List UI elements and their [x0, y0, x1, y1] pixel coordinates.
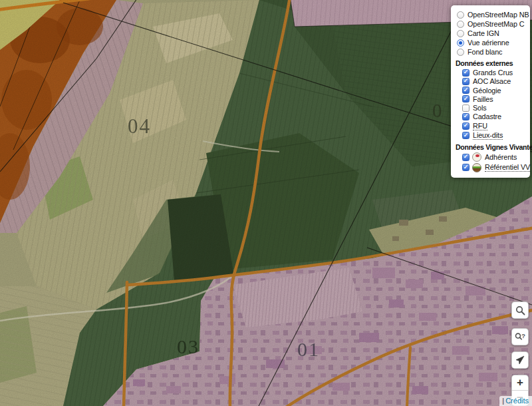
magnifier-question-icon: ? — [514, 331, 526, 343]
checkbox[interactable] — [462, 95, 469, 102]
overlay-label: Adhérents — [485, 153, 517, 161]
checkbox-unchecked[interactable] — [462, 104, 469, 112]
radio-button[interactable] — [457, 30, 464, 37]
svg-text:?: ? — [521, 333, 525, 339]
checkbox[interactable] — [462, 132, 469, 139]
base-layer-fond-blanc[interactable]: Fond blanc — [457, 48, 526, 56]
adherents-marker-icon — [472, 152, 481, 162]
radio-button[interactable] — [457, 11, 464, 19]
overlay-lieux-dits[interactable]: Lieux-dits — [462, 131, 527, 140]
overlay-label-link[interactable]: RFU — [473, 122, 487, 130]
layers-control-panel: OpenStreetMap NB OpenStreetMap C Carte I… — [451, 5, 530, 178]
zoom-in-button[interactable]: + — [512, 375, 528, 390]
base-layer-vue-aerienne[interactable]: Vue aérienne — [457, 39, 526, 47]
overlay-label: Géologie — [473, 87, 501, 95]
overlay-adherents[interactable]: Adhérents — [462, 152, 527, 162]
external-data-header: Données externes — [456, 59, 529, 67]
checkbox[interactable] — [462, 69, 469, 77]
overlay-rfu[interactable]: RFU — [462, 122, 527, 130]
overlay-geologie[interactable]: Géologie — [462, 87, 527, 95]
credits-link[interactable]: Crédits — [505, 397, 529, 405]
checkbox[interactable] — [462, 154, 469, 161]
radio-button[interactable] — [457, 49, 464, 56]
overlay-aoc-alsace[interactable]: AOC Alsace — [462, 77, 527, 85]
base-layer-label: Vue aérienne — [467, 39, 509, 47]
base-layer-carte-ign[interactable]: Carte IGN — [457, 29, 526, 37]
navigation-arrow-icon — [515, 355, 525, 365]
overlay-cadastre[interactable]: Cadastre — [462, 112, 527, 120]
attribution-separator: | — [502, 397, 504, 405]
checkbox[interactable] — [462, 113, 469, 120]
attribution-bar: |Crédits — [499, 396, 532, 406]
radio-button[interactable] — [457, 21, 464, 28]
overlay-label: AOC Alsace — [473, 77, 511, 85]
checkbox[interactable] — [462, 78, 469, 85]
magnifier-icon — [515, 305, 526, 316]
feature-query-button[interactable]: ? — [511, 328, 529, 345]
overlay-failles[interactable]: Failles — [462, 95, 527, 103]
overlay-label: Cadastre — [473, 112, 501, 120]
overlay-grands-crus[interactable]: Grands Crus — [462, 69, 527, 77]
base-layer-label: Fond blanc — [467, 48, 502, 56]
overlay-referentiel-vv[interactable]: Référentiel VV — [462, 163, 527, 172]
overlay-label: Failles — [473, 95, 493, 103]
radio-button-selected[interactable] — [457, 39, 464, 47]
search-button[interactable] — [511, 302, 529, 319]
overlay-label: Sols — [473, 104, 487, 112]
overlay-label: Grands Crus — [473, 69, 513, 77]
overlay-sols[interactable]: Sols — [462, 104, 527, 112]
overlay-label-link[interactable]: Lieux-dits — [473, 131, 503, 140]
base-layer-label: OpenStreetMap NB — [467, 11, 529, 19]
base-layer-label: OpenStreetMap C — [467, 20, 525, 28]
base-layer-openstreetmap-nb[interactable]: OpenStreetMap NB — [457, 11, 526, 19]
base-layer-label: Carte IGN — [467, 29, 499, 37]
checkbox[interactable] — [462, 87, 469, 94]
checkbox[interactable] — [462, 122, 469, 130]
base-layer-openstreetmap-c[interactable]: OpenStreetMap C — [457, 20, 526, 28]
map-application: 04 03 01 0 OpenStreetMap NB OpenStreetMa… — [0, 0, 532, 406]
vignes-vivantes-header: Données Vignes Vivantes — [456, 143, 529, 151]
checkbox[interactable] — [462, 164, 469, 171]
overlay-label-link[interactable]: Référentiel VV — [485, 163, 530, 172]
referentiel-vv-icon — [472, 163, 481, 172]
locate-me-button[interactable] — [511, 351, 529, 369]
